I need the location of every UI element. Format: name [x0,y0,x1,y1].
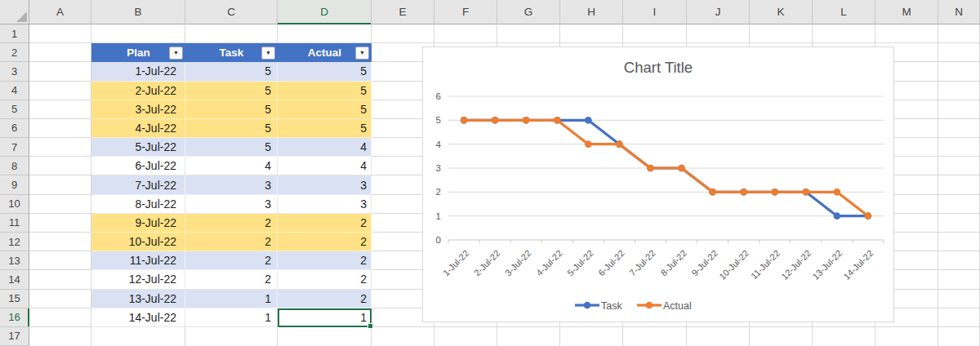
column-header-J[interactable]: J [687,0,750,24]
data-point-actual[interactable] [834,189,841,196]
cell-B12[interactable]: 10-Jul-22 [91,233,185,251]
column-header-E[interactable]: E [372,0,434,24]
cell-D3[interactable]: 5 [278,62,372,81]
cell-D7[interactable]: 4 [278,138,372,157]
row-header-9[interactable]: 9 [0,175,29,194]
legend-item-task[interactable]: Task [575,300,622,312]
cell-C15[interactable]: 1 [185,290,278,308]
data-point-actual[interactable] [709,189,716,196]
table-header-actual[interactable]: Actual▼ [278,43,372,62]
cell-C7[interactable]: 5 [185,138,278,157]
data-point-actual[interactable] [740,189,747,196]
data-point-actual[interactable] [647,165,654,172]
row-header-7[interactable]: 7 [0,138,29,157]
data-point-actual[interactable] [803,189,810,196]
chart-title[interactable]: Chart Title [624,59,693,76]
column-header-M[interactable]: M [875,0,938,24]
data-point-actual[interactable] [461,117,468,124]
cell-C8[interactable]: 4 [185,157,278,175]
column-header-N[interactable]: N [938,0,980,24]
data-point-actual[interactable] [585,140,592,148]
row-header-11[interactable]: 11 [0,214,29,233]
cell-D4[interactable]: 5 [278,82,372,100]
column-header-H[interactable]: H [560,0,623,24]
cell-B6[interactable]: 4-Jul-22 [91,119,185,138]
cell-B5[interactable]: 3-Jul-22 [91,100,185,119]
cell-C16[interactable]: 1 [185,308,278,327]
data-point-actual[interactable] [678,165,685,172]
cell-D9[interactable]: 3 [278,175,372,194]
row-header-4[interactable]: 4 [0,82,29,100]
cell-B3[interactable]: 1-Jul-22 [91,62,185,81]
cell-D10[interactable]: 3 [278,195,372,214]
cell-D6[interactable]: 5 [278,119,372,138]
row-header-1[interactable]: 1 [0,24,29,43]
cell-D15[interactable]: 2 [278,290,372,308]
column-header-F[interactable]: F [434,0,497,24]
row-header-13[interactable]: 13 [0,251,29,270]
column-header-B[interactable]: B [91,0,185,24]
row-header-8[interactable]: 8 [0,157,29,175]
legend-item-actual[interactable]: Actual [637,300,692,312]
data-point-task[interactable] [585,117,592,124]
cell-B16[interactable]: 14-Jul-22 [91,308,185,327]
row-header-10[interactable]: 10 [0,195,29,214]
fill-handle[interactable] [368,323,373,329]
cell-C9[interactable]: 3 [185,175,278,194]
cell-C6[interactable]: 5 [185,119,278,138]
cell-D13[interactable]: 2 [278,251,372,270]
column-header-C[interactable]: C [185,0,278,24]
row-header-5[interactable]: 5 [0,100,29,119]
row-header-14[interactable]: 14 [0,270,29,289]
data-point-actual[interactable] [554,117,561,124]
cell-D8[interactable]: 4 [278,157,372,175]
column-header-G[interactable]: G [497,0,560,24]
cell-C5[interactable]: 5 [185,100,278,119]
data-point-actual[interactable] [492,117,499,124]
cell-B7[interactable]: 5-Jul-22 [91,138,185,157]
cell-C11[interactable]: 2 [185,214,278,233]
column-header-K[interactable]: K [750,0,813,24]
data-point-actual[interactable] [616,140,623,148]
cell-B15[interactable]: 13-Jul-22 [91,290,185,308]
column-header-A[interactable]: A [29,0,91,24]
select-all-corner[interactable] [0,0,29,24]
table-header-task[interactable]: Task▼ [185,43,278,62]
cell-C13[interactable]: 2 [185,251,278,270]
cell-D11[interactable]: 2 [278,214,372,233]
cell-C10[interactable]: 3 [185,195,278,214]
cell-B4[interactable]: 2-Jul-22 [91,82,185,100]
active-cell-border[interactable] [278,308,372,327]
column-header-L[interactable]: L [813,0,875,24]
plan-filter-button[interactable]: ▼ [169,47,183,60]
data-point-task[interactable] [834,212,841,220]
cell-B10[interactable]: 8-Jul-22 [91,195,185,214]
actual-filter-button[interactable]: ▼ [355,47,369,60]
row-header-12[interactable]: 12 [0,233,29,251]
cell-C3[interactable]: 5 [185,62,278,81]
cell-C12[interactable]: 2 [185,233,278,251]
cell-B14[interactable]: 12-Jul-22 [91,270,185,289]
cell-B8[interactable]: 6-Jul-22 [91,157,185,175]
task-filter-button[interactable]: ▼ [261,47,275,60]
data-point-actual[interactable] [771,189,778,196]
cell-C4[interactable]: 5 [185,82,278,100]
table-header-plan[interactable]: Plan▼ [91,43,185,62]
row-header-17[interactable]: 17 [0,327,29,346]
row-header-6[interactable]: 6 [0,119,29,138]
row-header-3[interactable]: 3 [0,62,29,81]
cell-B9[interactable]: 7-Jul-22 [91,175,185,194]
cell-D14[interactable]: 2 [278,270,372,289]
cell-D5[interactable]: 5 [278,100,372,119]
chart[interactable]: Chart Title01234561-Jul-222-Jul-223-Jul-… [422,47,894,322]
column-header-I[interactable]: I [623,0,687,24]
cell-B11[interactable]: 9-Jul-22 [91,214,185,233]
column-header-D[interactable]: D [278,0,372,24]
row-header-16[interactable]: 16 [0,308,29,327]
cell-C14[interactable]: 2 [185,270,278,289]
cell-B13[interactable]: 11-Jul-22 [91,251,185,270]
data-point-actual[interactable] [865,212,872,220]
row-header-15[interactable]: 15 [0,290,29,308]
row-header-2[interactable]: 2 [0,43,29,62]
data-point-actual[interactable] [523,117,530,124]
